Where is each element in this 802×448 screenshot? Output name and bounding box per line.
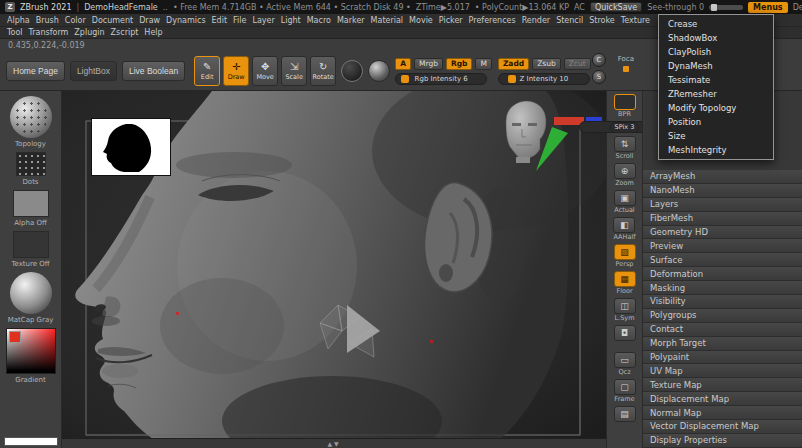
shelf-button[interactable]: ▦ Floor [614, 271, 636, 295]
menu-item[interactable]: Help [141, 28, 165, 37]
live-boolean-button[interactable]: Live Boolean [122, 61, 185, 81]
subpalette-row[interactable]: Contact [643, 323, 802, 337]
subpalette-row[interactable]: FiberMesh [643, 212, 802, 226]
subpalette-row[interactable]: NanoMesh [643, 184, 802, 198]
stroke-selector[interactable]: Dots [16, 152, 46, 186]
c-mini-button[interactable]: C [592, 53, 606, 67]
alpha-thumbnail[interactable] [13, 190, 49, 217]
menu-item[interactable]: Transform [26, 28, 72, 37]
paint-mode-chip[interactable]: Mrgb [414, 58, 443, 70]
popup-menu-item[interactable]: DynaMesh [659, 59, 773, 73]
subpalette-row[interactable]: Surface [643, 253, 802, 267]
shelf-button[interactable]: ◫ L.Sym [614, 298, 636, 322]
popup-menu-item[interactable]: MeshIntegrity [659, 143, 773, 157]
s-mini-button[interactable]: S [592, 70, 606, 84]
depth-mode-chip[interactable]: Zadd [498, 58, 529, 70]
menu-item[interactable]: Picker [436, 16, 466, 25]
brush-thumbnail[interactable] [10, 96, 52, 138]
popup-menu-item[interactable]: Modify Topology [659, 101, 773, 115]
subpalette-row[interactable]: Texture Map [643, 378, 802, 392]
shelf-button[interactable]: ▣ Actual [614, 190, 636, 214]
lightbox-button[interactable]: LightBox [70, 61, 117, 81]
subpalette-row[interactable]: Polypaint [643, 351, 802, 365]
shelf-button[interactable]: ◧ AAHalf [613, 217, 635, 241]
subpalette-row[interactable]: Polygroups [643, 309, 802, 323]
alpha-selector[interactable]: Alpha Off [13, 190, 49, 227]
menu-item[interactable]: Texture [618, 16, 653, 25]
subpalette-row[interactable]: Deformation [643, 267, 802, 281]
popup-menu-item[interactable]: Tessimate [659, 73, 773, 87]
depth-mode-chip[interactable]: Zsub [532, 58, 561, 70]
menu-item[interactable]: Document [89, 16, 136, 25]
subpalette-row[interactable]: UV Map [643, 364, 802, 378]
menu-item[interactable]: Draw [136, 16, 163, 25]
shelf-button[interactable]: ▢ Frame [614, 379, 636, 403]
menu-item[interactable]: Edit [209, 16, 231, 25]
menu-item[interactable]: Light [278, 16, 304, 25]
shelf-button[interactable]: ⊕ Zoom [614, 163, 636, 187]
menu-item[interactable]: Marker [334, 16, 368, 25]
shelf-button[interactable]: ▨ Persp [614, 244, 636, 268]
menu-item[interactable]: Layer [249, 16, 277, 25]
shelf-button[interactable]: ⇅ Scroll [614, 136, 636, 160]
subpalette-row[interactable]: ArrayMesh [643, 170, 802, 184]
color-swatch[interactable] [9, 331, 21, 343]
menu-item[interactable]: Tool [4, 28, 26, 37]
menu-item[interactable]: Movie [406, 16, 436, 25]
see-through-slider[interactable] [709, 5, 743, 10]
menu-item[interactable]: Stencil [553, 16, 586, 25]
subpalette-row[interactable]: Vector Displacement Map [643, 420, 802, 434]
paint-mode-chip[interactable]: M [475, 58, 491, 70]
shelf-button[interactable]: ▤ [614, 406, 636, 430]
menu-item[interactable]: Alpha [4, 16, 33, 25]
menu-item[interactable]: Brush [33, 16, 62, 25]
menu-item[interactable]: Preferences [466, 16, 519, 25]
texture-thumbnail[interactable] [13, 231, 49, 258]
material-selector[interactable]: MatCap Gray [8, 272, 54, 324]
transform-mode-button[interactable]: ↻ Rotate [310, 56, 336, 86]
shelf-button[interactable]: BPR [614, 94, 636, 118]
subpalette-row[interactable]: Displacement Map [643, 392, 802, 406]
color-picker-widget[interactable]: Gradient [6, 328, 56, 384]
focal-shift-control[interactable]: Foca [618, 55, 634, 72]
subpalette-row[interactable]: Visibility [643, 295, 802, 309]
transform-mode-button[interactable]: ⇲ Scale [281, 56, 307, 86]
subpalette-row[interactable]: Preview [643, 239, 802, 253]
subpalette-row[interactable]: Layers [643, 198, 802, 212]
subpalette-row[interactable]: Normal Map [643, 406, 802, 420]
transform-mode-button[interactable]: ✥ Move [252, 56, 278, 86]
menu-item[interactable]: Zplugin [71, 28, 107, 37]
material-preview-button[interactable] [368, 60, 390, 82]
menu-item[interactable]: Render [519, 16, 553, 25]
menu-item[interactable]: Stroke [586, 16, 618, 25]
paint-mode-chip[interactable]: Rgb [446, 58, 473, 70]
menu-item[interactable]: Macro [304, 16, 334, 25]
quicksave-button[interactable]: QuickSave [590, 2, 642, 12]
subpalette-row[interactable]: Display Properties [643, 434, 802, 448]
menus-button[interactable]: Menus [748, 2, 788, 13]
scroll-arrows[interactable]: ▲▼ [327, 440, 340, 447]
document-canvas[interactable]: ▲▼ [62, 91, 606, 448]
menu-item[interactable]: Zscript [108, 28, 142, 37]
brush-selector[interactable]: Topology [10, 96, 52, 148]
transform-mode-button[interactable]: ✛ Draw [223, 56, 249, 86]
material-thumbnail[interactable] [10, 272, 52, 314]
popup-menu-item[interactable]: ZRemesher [659, 87, 773, 101]
focal-shift-handle[interactable] [623, 66, 629, 72]
shelf-button[interactable]: ◘ [614, 325, 636, 349]
subpalette-row[interactable]: Masking [643, 281, 802, 295]
paint-mode-chip[interactable]: A [395, 58, 411, 70]
subpalette-row[interactable]: Geometry HD [643, 226, 802, 240]
texture-selector[interactable]: Texture Off [11, 231, 49, 268]
z-intensity-slider[interactable]: Z Intensity 10 [498, 73, 590, 85]
menu-item[interactable]: File [230, 16, 249, 25]
depth-mode-chip[interactable]: Zcut [564, 58, 591, 70]
popup-menu-item[interactable]: Position [659, 115, 773, 129]
popup-menu-item[interactable]: ClayPolish [659, 45, 773, 59]
popup-menu-item[interactable]: Crease [659, 17, 773, 31]
menu-item[interactable]: Material [368, 16, 407, 25]
menu-item[interactable]: Dynamics [163, 16, 208, 25]
rgb-intensity-slider[interactable]: Rgb Intensity 6 [395, 73, 487, 85]
popup-menu-item[interactable]: Size [659, 129, 773, 143]
stroke-preview-button[interactable] [341, 60, 363, 82]
